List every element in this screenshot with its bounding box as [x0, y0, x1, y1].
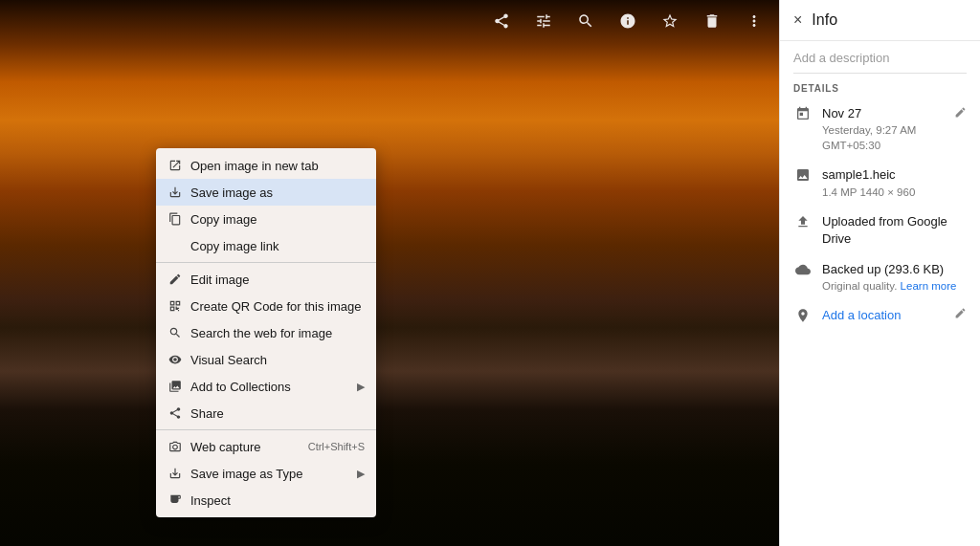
file-name: sample1.heic — [822, 166, 967, 184]
panel-header: × Info — [780, 0, 980, 41]
backup-sub: Original quality. Learn more — [822, 278, 967, 294]
share-label: Share — [190, 406, 365, 421]
info-panel: × Info Add a description DETAILS Nov 27 … — [779, 0, 980, 546]
location-content: Add a location — [822, 307, 967, 322]
save-image-type-label: Save image as Type — [190, 467, 349, 481]
inspect-icon — [167, 492, 183, 508]
date-edit-icon[interactable] — [954, 106, 967, 121]
panel-title: Info — [812, 11, 837, 29]
menu-divider-1 — [156, 262, 376, 263]
upload-detail-row: Uploaded from Google Drive — [793, 213, 967, 248]
image-file-icon — [793, 167, 813, 183]
collections-arrow-icon: ▶ — [357, 381, 365, 393]
more-options-icon[interactable] — [741, 8, 768, 34]
image-toolbar — [0, 0, 779, 42]
panel-body: Add a description DETAILS Nov 27 Yesterd… — [780, 41, 980, 546]
open-tab-icon — [167, 158, 183, 173]
context-menu-item-copy-image-link[interactable]: Copy image link — [156, 232, 376, 259]
location-icon — [793, 308, 813, 323]
save-image-icon — [167, 185, 183, 200]
search-web-label: Search the web for image — [190, 326, 365, 340]
background-image — [0, 0, 779, 546]
zoom-icon[interactable] — [572, 8, 599, 34]
location-detail-row: Add a location — [793, 307, 967, 323]
copy-link-icon — [167, 238, 183, 253]
file-content: sample1.heic 1.4 MP 1440 × 960 — [822, 166, 967, 199]
file-info: 1.4 MP 1440 × 960 — [822, 185, 967, 200]
file-detail-row: sample1.heic 1.4 MP 1440 × 960 — [793, 166, 967, 199]
date-row-inline: Nov 27 — [822, 105, 967, 122]
share-context-icon — [167, 405, 183, 421]
adjust-icon[interactable] — [530, 8, 557, 34]
add-location-label[interactable]: Add a location — [822, 308, 901, 322]
share-icon[interactable] — [488, 8, 515, 34]
add-collections-label: Add to Collections — [190, 380, 349, 394]
open-new-tab-label: Open image in new tab — [190, 159, 365, 173]
web-capture-icon — [167, 439, 183, 454]
menu-divider-2 — [156, 429, 376, 430]
context-menu-item-save-image-type[interactable]: Save image as Type ▶ — [156, 460, 376, 487]
date-sub: Yesterday, 9:27 AM GMT+05:30 — [822, 122, 967, 153]
edit-image-label: Edit image — [190, 273, 365, 287]
date-main: Nov 27 — [822, 105, 861, 122]
learn-more-link[interactable]: Learn more — [901, 280, 957, 292]
backup-detail-row: Backed up (293.6 KB) Original quality. L… — [793, 261, 967, 294]
cloud-icon — [793, 262, 813, 277]
close-icon: × — [793, 11, 802, 29]
location-edit-icon[interactable] — [954, 307, 967, 322]
upload-content: Uploaded from Google Drive — [822, 213, 967, 248]
context-menu-item-search-web[interactable]: Search the web for image — [156, 319, 376, 346]
location-row-inline: Add a location — [822, 307, 967, 322]
copy-image-icon — [167, 211, 183, 227]
context-menu-item-add-collections[interactable]: Add to Collections ▶ — [156, 373, 376, 400]
close-panel-button[interactable]: × — [793, 11, 802, 29]
delete-icon[interactable] — [699, 8, 725, 34]
visual-search-icon — [167, 352, 183, 367]
context-menu-item-inspect[interactable]: Inspect — [156, 487, 376, 513]
qr-icon — [167, 298, 183, 314]
backup-content: Backed up (293.6 KB) Original quality. L… — [822, 261, 967, 294]
visual-search-label: Visual Search — [190, 353, 365, 367]
edit-icon — [167, 272, 183, 287]
context-menu-item-edit-image[interactable]: Edit image — [156, 266, 376, 293]
context-menu-item-copy-image[interactable]: Copy image — [156, 206, 376, 232]
date-content: Nov 27 Yesterday, 9:27 AM GMT+05:30 — [822, 105, 967, 153]
save-image-as-label: Save image as — [190, 186, 365, 200]
search-web-icon — [167, 325, 183, 340]
copy-image-label: Copy image — [190, 212, 365, 227]
add-description[interactable]: Add a description — [793, 51, 967, 74]
context-menu-item-open-new-tab[interactable]: Open image in new tab — [156, 152, 376, 179]
context-menu-item-save-image-as[interactable]: Save image as — [156, 179, 376, 206]
main-image-area: Open image in new tab Save image as Copy… — [0, 0, 779, 546]
save-type-icon — [167, 466, 183, 481]
web-capture-shortcut: Ctrl+Shift+S — [308, 441, 365, 452]
info-icon[interactable] — [614, 8, 641, 34]
copy-image-link-label: Copy image link — [190, 239, 365, 253]
create-qr-label: Create QR Code for this image — [190, 299, 365, 314]
collections-icon — [167, 379, 183, 394]
save-type-arrow-icon: ▶ — [357, 468, 365, 480]
uploaded-label: Uploaded from Google Drive — [822, 213, 967, 248]
context-menu-item-create-qr[interactable]: Create QR Code for this image — [156, 293, 376, 319]
upload-icon — [793, 214, 813, 229]
calendar-icon — [793, 106, 813, 121]
context-menu-item-web-capture[interactable]: Web capture Ctrl+Shift+S — [156, 433, 376, 460]
details-label: DETAILS — [793, 83, 967, 94]
backup-sub-text: Original quality. — [822, 280, 901, 292]
context-menu-item-visual-search[interactable]: Visual Search — [156, 346, 376, 373]
backup-main: Backed up (293.6 KB) — [822, 261, 967, 278]
context-menu-item-share[interactable]: Share — [156, 400, 376, 426]
date-detail-row: Nov 27 Yesterday, 9:27 AM GMT+05:30 — [793, 105, 967, 153]
star-icon[interactable] — [657, 8, 683, 34]
context-menu: Open image in new tab Save image as Copy… — [156, 148, 376, 517]
web-capture-label: Web capture — [190, 440, 301, 454]
inspect-label: Inspect — [190, 493, 365, 508]
